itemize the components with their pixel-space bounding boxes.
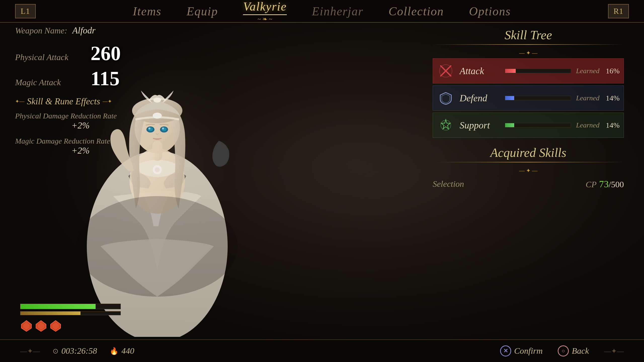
gem-1 <box>35 319 47 332</box>
confirm-btn-circle: ✕ <box>500 345 511 356</box>
svg-point-11 <box>148 127 150 129</box>
nav-item-valkyrie[interactable]: Valkyrie <box>243 0 287 15</box>
weapon-name-row: Weapon Name: Alfodr <box>15 25 146 36</box>
attack-percent: 16% <box>605 67 620 75</box>
defend-skill-name: Defend <box>460 93 500 104</box>
svg-point-16 <box>77 196 238 297</box>
support-icon <box>437 116 455 134</box>
support-skill-bar-fill <box>505 123 514 127</box>
top-navigation: L1 Items Equip Valkyrie ~ ❧ ~ Einherjar … <box>0 0 644 23</box>
nav-item-collection[interactable]: Collection <box>388 4 444 18</box>
cp-current: 73 <box>599 178 609 190</box>
effect-label-1: Magic Damage Reduction Rate <box>15 137 146 145</box>
selection-label: Selection <box>433 179 464 189</box>
cp-value-container: CP 73 / 500 <box>586 178 624 190</box>
left-stats-panel: Weapon Name: Alfodr Physical Attack 260 … <box>15 25 146 162</box>
svg-point-6 <box>153 98 161 103</box>
stamina-bar-outer <box>20 311 121 315</box>
svg-point-15 <box>155 167 160 172</box>
nav-item-einherjar[interactable]: Einherjar <box>312 4 364 18</box>
svg-point-20 <box>441 120 451 130</box>
bottom-right-deco: —✦— <box>604 347 624 355</box>
defend-learned-label: Learned <box>576 94 599 102</box>
weapon-name-label: Weapon Name: <box>15 26 67 35</box>
confirm-action[interactable]: ✕ Confirm <box>500 345 543 356</box>
attack-skill-bar <box>505 69 571 73</box>
skills-section-header: ✦— Skill & Rune Effects —✦ <box>15 96 146 107</box>
effect-label-0: Physical Damage Reduction Rate <box>15 112 146 120</box>
hp-bar-fill <box>20 304 96 309</box>
skill-tree-divider <box>433 44 624 45</box>
r1-button[interactable]: R1 <box>608 4 629 18</box>
nav-active-deco: ~ ❧ ~ <box>243 16 287 23</box>
skills-section-deco-right: —✦ <box>103 98 112 104</box>
weapon-name-value: Alfodr <box>72 25 95 36</box>
gold-value: 440 <box>122 346 134 356</box>
bottom-left-info: —✦— ⊙ 003:26:58 🔥 440 <box>20 346 134 356</box>
attack-learned-label: Learned <box>576 67 599 75</box>
hp-bar-outer <box>20 304 121 309</box>
back-action[interactable]: ○ Back <box>558 345 589 356</box>
back-label: Back <box>572 346 589 356</box>
right-panel: Skill Tree — ✦ — Attack Learned 16% Defe… <box>433 28 624 192</box>
bottom-status-panel <box>20 304 121 332</box>
bottom-bar: —✦— ⊙ 003:26:58 🔥 440 ✕ Confirm ○ Back —… <box>0 339 644 362</box>
confirm-label: Confirm <box>514 346 543 356</box>
attack-skill-bar-fill <box>505 69 516 73</box>
acquired-skills-divider <box>433 162 624 162</box>
nav-items-container: Items Equip Valkyrie ~ ❧ ~ Einherjar Col… <box>133 0 511 23</box>
physical-attack-value: 260 <box>91 43 121 63</box>
skill-row-support[interactable]: Support Learned 14% <box>433 113 624 138</box>
skill-tree-title: Skill Tree <box>433 28 624 42</box>
skills-section-deco-left: ✦— <box>15 98 24 104</box>
effect-row-0: Physical Damage Reduction Rate +2% <box>15 112 146 131</box>
effect-row-1: Magic Damage Reduction Rate +2% <box>15 137 146 156</box>
gem-0 <box>20 319 33 332</box>
cp-row: Selection CP 73 / 500 <box>433 176 624 192</box>
magic-attack-row: Magic Attack 115 <box>15 68 146 88</box>
back-btn-icon: ○ <box>561 348 565 354</box>
support-learned-label: Learned <box>576 121 599 129</box>
magic-attack-value: 115 <box>91 68 120 88</box>
bottom-left-deco: —✦— <box>20 347 40 355</box>
nav-item-equip[interactable]: Equip <box>187 4 218 18</box>
cp-tag: CP <box>586 180 596 189</box>
nav-item-valkyrie-container[interactable]: Valkyrie ~ ❧ ~ <box>243 0 287 23</box>
defend-skill-bar <box>505 96 571 100</box>
gold-display: 🔥 440 <box>110 346 134 356</box>
acquired-skills-deco: — ✦ — <box>433 167 624 174</box>
gem-2 <box>49 319 62 332</box>
skill-row-attack[interactable]: Attack Learned 16% <box>433 58 624 83</box>
cp-max: 500 <box>611 180 624 189</box>
time-icon: ⊙ <box>53 347 58 355</box>
gold-icon: 🔥 <box>110 347 118 355</box>
time-display: ⊙ 003:26:58 <box>53 346 97 356</box>
nav-item-options[interactable]: Options <box>469 4 511 18</box>
support-percent: 14% <box>605 121 620 129</box>
svg-point-12 <box>162 127 164 129</box>
skill-row-defend[interactable]: Defend Learned 14% <box>433 85 624 111</box>
effect-value-0: +2% <box>15 120 146 131</box>
time-value: 003:26:58 <box>61 346 97 356</box>
l1-button[interactable]: L1 <box>15 4 36 18</box>
acquired-skills-title: Acquired Skills <box>433 145 624 160</box>
back-btn-circle: ○ <box>558 345 569 356</box>
skill-tree-deco: — ✦ — <box>433 50 624 56</box>
support-skill-bar <box>505 123 571 127</box>
nav-item-items[interactable]: Items <box>133 4 162 18</box>
physical-attack-row: Physical Attack 260 <box>15 43 146 63</box>
defend-skill-bar-fill <box>505 96 514 100</box>
acquired-skills-section: Acquired Skills — ✦ — Selection CP 73 / … <box>433 145 624 192</box>
support-skill-name: Support <box>460 120 500 131</box>
attack-icon <box>437 62 455 80</box>
svg-point-13 <box>153 113 162 119</box>
stamina-bar-fill <box>20 311 80 315</box>
skills-section-title: Skill & Rune Effects <box>27 96 100 107</box>
physical-attack-label: Physical Attack <box>15 53 86 62</box>
defend-icon <box>437 89 455 107</box>
bottom-right-actions: ✕ Confirm ○ Back —✦— <box>500 345 624 356</box>
effect-value-1: +2% <box>15 145 146 156</box>
cp-slash: / <box>609 180 611 189</box>
confirm-btn-icon: ✕ <box>503 348 508 354</box>
magic-attack-label: Magic Attack <box>15 78 86 87</box>
